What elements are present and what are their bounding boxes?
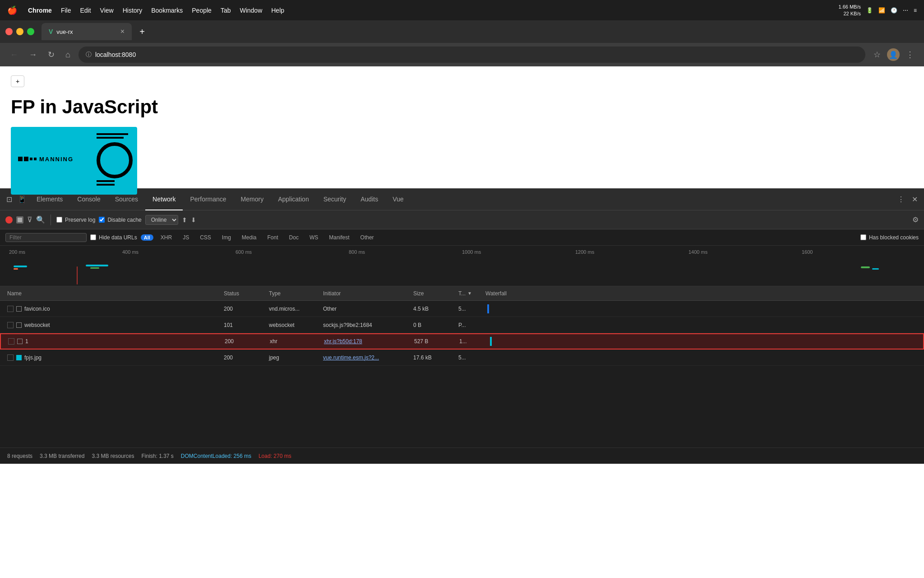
filter-css-button[interactable]: CSS [196, 233, 215, 242]
disable-cache-input[interactable] [99, 217, 105, 223]
row-select-fpjs[interactable] [7, 354, 14, 361]
menu-window[interactable]: Window [240, 7, 262, 14]
url-display: localhost:8080 [95, 51, 858, 58]
filter-js-button[interactable]: JS [179, 233, 193, 242]
tab-security[interactable]: Security [316, 189, 354, 210]
menu-extra-icon[interactable]: ≡ [914, 7, 917, 14]
ruler-mark-3: 600 ms [236, 249, 349, 255]
filter-img-button[interactable]: Img [218, 233, 235, 242]
filter-xhr-button[interactable]: XHR [157, 233, 176, 242]
tab-memory[interactable]: Memory [234, 189, 271, 210]
forward-button[interactable]: → [26, 47, 40, 62]
hide-data-urls-checkbox[interactable]: Hide data URLs [90, 234, 137, 241]
filter-doc-button[interactable]: Doc [286, 233, 302, 242]
timeline-bar-4 [90, 267, 99, 269]
toolbar-separator [51, 214, 51, 225]
filter-ws-button[interactable]: WS [306, 233, 322, 242]
network-settings-icon[interactable]: ⚙ [912, 215, 919, 224]
devtools-more-button[interactable]: ⋮ [895, 192, 907, 206]
nav-bar: ← → ↻ ⌂ ⓘ localhost:8080 ☆ 👤 ⋮ [0, 43, 924, 66]
menu-edit[interactable]: Edit [80, 7, 91, 14]
finish-time: Finish: 1.37 s [141, 453, 173, 459]
browser-tab[interactable]: V vue-rx × [42, 23, 132, 40]
profile-avatar[interactable]: 👤 [887, 48, 900, 61]
book-cover-image: MANNING [11, 127, 137, 195]
search-icon[interactable]: 🔍 [36, 215, 45, 224]
menu-bar: 🍎 Chrome File Edit View History Bookmark… [0, 0, 924, 20]
devtools-toolbar: ⊽ 🔍 Preserve log Disable cache Online ⬆ … [0, 210, 924, 229]
filter-all-button[interactable]: All [141, 234, 153, 241]
tab-title: vue-rx [56, 28, 116, 35]
stop-recording-button[interactable] [16, 216, 23, 224]
header-type: Type [265, 290, 319, 297]
back-button[interactable]: ← [7, 47, 21, 62]
filter-manifest-button[interactable]: Manifest [325, 233, 353, 242]
filter-media-button[interactable]: Media [238, 233, 260, 242]
has-blocked-cookies-input[interactable] [860, 234, 866, 240]
menu-people[interactable]: People [192, 7, 212, 14]
web-content: + FP in JavaScript MANNING [0, 66, 924, 188]
new-tab-button[interactable]: + [135, 25, 149, 38]
has-blocked-cookies-checkbox[interactable]: Has blocked cookies [860, 234, 919, 241]
initiator-link-fpjs[interactable]: vue.runtime.esm.js?2... [323, 354, 379, 361]
import-icon[interactable]: ⬆ [182, 216, 187, 224]
throttle-select[interactable]: Online [145, 215, 178, 225]
ruler-mark-2: 400 ms [122, 249, 236, 255]
more-options-button[interactable]: ⋮ [903, 47, 917, 62]
bookmark-button[interactable]: ☆ [871, 47, 883, 62]
page-title: FP in JavaScript [11, 96, 913, 118]
tab-audits[interactable]: Audits [353, 189, 385, 210]
close-window-button[interactable] [5, 28, 13, 35]
menu-bookmarks[interactable]: Bookmarks [151, 7, 183, 14]
timeline-indicator [77, 266, 78, 284]
header-size: Size [410, 290, 455, 297]
reload-button[interactable]: ↻ [45, 47, 57, 62]
menu-chrome[interactable]: Chrome [28, 7, 52, 14]
export-icon[interactable]: ⬇ [191, 216, 196, 224]
tab-network[interactable]: Network [145, 189, 183, 210]
row-select-websocket[interactable] [7, 322, 14, 328]
record-button[interactable] [5, 216, 13, 224]
network-speed: 1.66 MB/s 22 KB/s [838, 4, 861, 17]
table-row[interactable]: websocket 101 websocket sockjs.js?9be2:1… [0, 317, 924, 333]
disable-cache-checkbox[interactable]: Disable cache [99, 217, 141, 223]
tab-application[interactable]: Application [271, 189, 316, 210]
close-tab-button[interactable]: × [120, 28, 125, 36]
row-icon-1 [17, 339, 23, 344]
filter-bar: Hide data URLs All XHR JS CSS Img Media … [0, 229, 924, 246]
filter-other-button[interactable]: Other [357, 233, 378, 242]
home-button[interactable]: ⌂ [63, 47, 73, 62]
filter-font-button[interactable]: Font [264, 233, 282, 242]
control-icon[interactable]: ⋯ [903, 7, 908, 14]
tab-vue[interactable]: Vue [385, 189, 411, 210]
hide-data-urls-input[interactable] [90, 234, 96, 240]
initiator-link[interactable]: xhr.js?b50d:178 [324, 338, 362, 345]
menu-history[interactable]: History [123, 7, 143, 14]
filter-input[interactable] [5, 233, 87, 242]
menu-tab[interactable]: Tab [221, 7, 231, 14]
load-time: Load: 270 ms [259, 453, 291, 459]
manning-label: MANNING [39, 156, 74, 163]
table-row[interactable]: fpjs.jpg 200 jpeg vue.runtime.esm.js?2..… [0, 350, 924, 366]
row-select-1[interactable] [8, 338, 14, 345]
tab-performance[interactable]: Performance [183, 189, 233, 210]
menu-file[interactable]: File [61, 7, 71, 14]
maximize-window-button[interactable] [27, 28, 34, 35]
preserve-log-checkbox[interactable]: Preserve log [56, 217, 95, 223]
table-row-highlighted[interactable]: 1 200 xhr xhr.js?b50d:178 527 B 1... [0, 333, 924, 350]
minimize-window-button[interactable] [16, 28, 23, 35]
devtools-close-button[interactable]: ✕ [909, 192, 920, 206]
tab-bar: V vue-rx × + [0, 20, 924, 43]
preserve-log-input[interactable] [56, 217, 62, 223]
devtools-tabs: ⊡ 📱 Elements Console Sources Network Per… [0, 189, 924, 210]
menu-view[interactable]: View [100, 7, 114, 14]
table-row[interactable]: favicon.ico 200 vnd.micros... Other 4.5 … [0, 301, 924, 317]
apple-icon[interactable]: 🍎 [7, 5, 17, 15]
add-content-button[interactable]: + [11, 75, 24, 87]
filter-icon[interactable]: ⊽ [27, 215, 32, 224]
row-select-favicon[interactable] [7, 306, 14, 312]
address-bar[interactable]: ⓘ localhost:8080 [79, 47, 865, 63]
row-icon-websocket [16, 322, 22, 328]
table-header: Name Status Type Initiator Size T... ▼ W… [0, 286, 924, 301]
menu-help[interactable]: Help [271, 7, 284, 14]
